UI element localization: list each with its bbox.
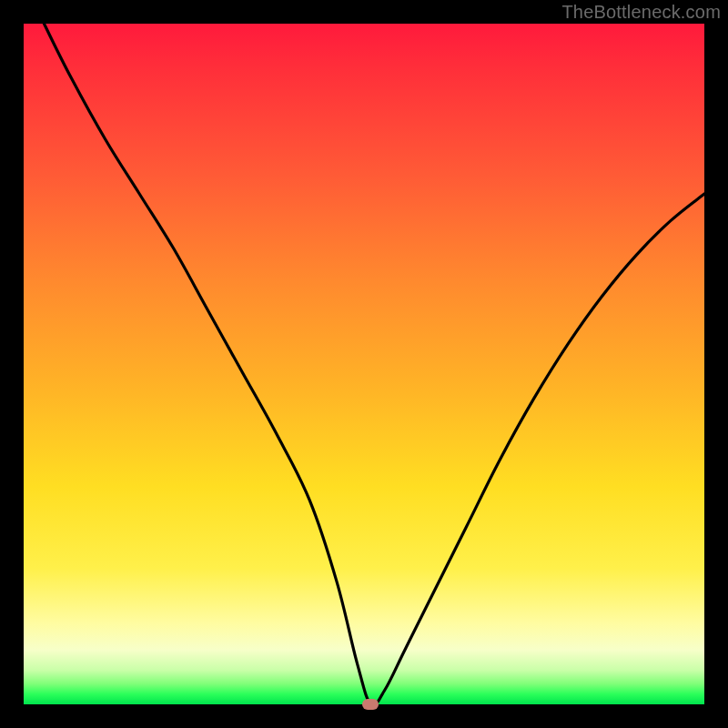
chart-frame: TheBottleneck.com: [0, 0, 728, 728]
plot-area: [24, 24, 704, 704]
bottleneck-curve: [44, 24, 704, 706]
watermark-text: TheBottleneck.com: [561, 2, 721, 23]
optimum-marker: [362, 699, 379, 710]
curve-svg: [24, 24, 704, 704]
